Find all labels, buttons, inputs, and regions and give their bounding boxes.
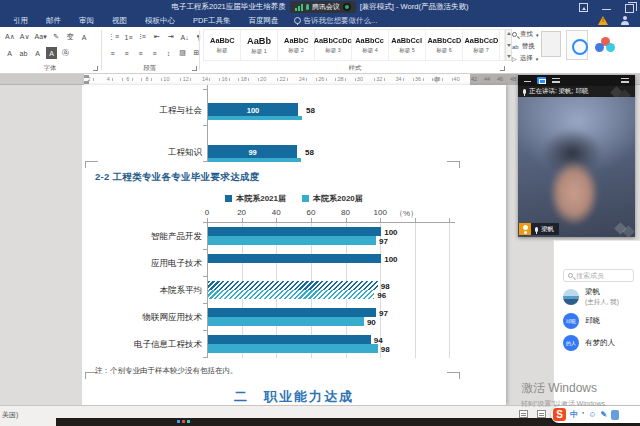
styles-dialog-launcher-icon[interactable] xyxy=(500,66,505,71)
paragraph-tool-icon-6[interactable]: A↓ xyxy=(179,31,190,43)
style-chip-3[interactable]: AaBbC标题 2 xyxy=(278,30,315,60)
handwriting-pen-icon[interactable]: ✎ xyxy=(600,410,607,419)
font-tool-icon-5[interactable]: 变 xyxy=(65,31,76,43)
ribbon-tab-1[interactable]: 引用 xyxy=(4,14,37,27)
font-tool-icon-3[interactable]: A xyxy=(32,47,43,59)
restore-icon[interactable] xyxy=(625,4,634,13)
font-tool-icon-3[interactable]: Aa▾ xyxy=(34,31,48,43)
member-search-input[interactable] xyxy=(576,272,628,279)
ribbon-tab-6[interactable]: PDF工具集 xyxy=(184,14,240,27)
ribbon-tab-7[interactable]: 百度网盘 xyxy=(240,14,288,27)
meeting-more-icon[interactable] xyxy=(621,78,629,83)
language-status[interactable]: 美国) xyxy=(2,410,18,420)
font-tool-icon-4[interactable]: ✎ xyxy=(51,31,62,43)
paragraph-tool-icon-6[interactable]: ▨ xyxy=(177,47,188,59)
member-search-box[interactable] xyxy=(563,269,634,282)
style-chip-1[interactable]: AaBbC标题 xyxy=(204,30,241,60)
read-mode-icon[interactable] xyxy=(519,410,528,418)
tencent-meeting-mini-bar[interactable]: 腾讯会议 xyxy=(290,1,356,13)
style-chip-8[interactable]: AaBbCcD标题 7 xyxy=(463,30,500,60)
style-chip-4[interactable]: AaBbCcDc标题 3 xyxy=(315,30,352,60)
select-button[interactable]: ▷选择▾ xyxy=(512,54,539,63)
baidu-netdisk-icon[interactable] xyxy=(595,37,617,55)
paragraph-tool-icon-3[interactable]: ⁝≡ xyxy=(137,31,148,43)
top-chart-strip xyxy=(208,116,302,120)
axis-row-tick xyxy=(203,249,207,250)
paragraph-tool-icon-4[interactable]: ⇤ xyxy=(151,31,162,43)
ruler-number: 30 xyxy=(354,74,366,85)
meeting-window-toolbar xyxy=(518,75,635,86)
paragraph-tool-icon-5[interactable]: ⇥ xyxy=(165,31,176,43)
font-tool-icon-6[interactable]: A xyxy=(79,31,90,43)
emoji-icon[interactable]: ☺ xyxy=(588,410,596,419)
sogou-logo-icon[interactable]: S xyxy=(553,408,566,421)
paragraph-tool-icon-4[interactable]: ≡ xyxy=(149,47,160,59)
style-chip-5[interactable]: AaBbCc标题 4 xyxy=(352,30,389,60)
legend-swatch xyxy=(302,195,309,202)
ime-punctuation-toggle[interactable]: ’ xyxy=(582,410,584,419)
member-row-3[interactable]: 的人有梦的人 xyxy=(563,335,615,351)
video-feed xyxy=(518,97,635,237)
sogou-ime-bar[interactable]: S 中 ’ ☺ ✎ xyxy=(551,406,640,423)
paragraph-dialog-launcher-icon[interactable] xyxy=(192,66,197,71)
paragraph-tool-icon-1[interactable]: ≡ xyxy=(107,47,118,59)
style-chip-2[interactable]: AaBb标题 1 xyxy=(241,30,278,60)
font-tool-icon-1[interactable]: A xyxy=(4,47,15,59)
meeting-minimize-icon[interactable] xyxy=(524,81,531,82)
ribbon-tab-4[interactable]: 视图 xyxy=(103,14,136,27)
styles-gallery-scroll[interactable] xyxy=(505,29,512,61)
activation-warning-icon[interactable] xyxy=(598,16,608,25)
font-tool-icon-5[interactable]: ⓐ xyxy=(60,47,71,59)
member-name: 有梦的人 xyxy=(585,338,615,348)
member-row-1[interactable]: 梁帆(主持人, 我) xyxy=(563,287,619,307)
axis-tick xyxy=(276,218,277,222)
meeting-menu-icon[interactable] xyxy=(552,78,560,83)
font-tool-icon-2[interactable]: ab xyxy=(18,47,29,59)
ruler-number: 16 xyxy=(218,74,230,85)
paragraph-tools-row-1: ⋮≡1≡⁝≡⇤⇥A↓¶ xyxy=(107,31,204,43)
minimize-icon[interactable] xyxy=(602,9,611,10)
style-name: 标题 6 xyxy=(436,47,452,54)
paragraph-tool-icon-1[interactable]: ⋮≡ xyxy=(107,31,120,43)
document-page[interactable]: 2-2 工程类专业各专业毕业要求达成度 本院系2021届本院系2020届 （%）… xyxy=(82,85,506,405)
ruler-number: 40 xyxy=(451,74,463,85)
font-tool-icon-2[interactable]: A∨ xyxy=(19,31,31,43)
paragraph-tool-icon-5[interactable]: ↕ xyxy=(163,47,174,59)
meeting-pill-label: 腾讯会议 xyxy=(312,2,340,12)
style-chip-7[interactable]: AaBbCcD标题 6 xyxy=(426,30,463,60)
find-button[interactable]: 查找▾ xyxy=(512,30,539,39)
font-tool-icon-1[interactable]: A∧ xyxy=(4,31,16,43)
top-chart-category: 工程与社会 xyxy=(102,105,202,117)
style-chip-6[interactable]: AaBbCcI标题 5 xyxy=(389,30,426,60)
member-avatar: 邱晓 xyxy=(563,313,579,329)
font-tool-icon-4[interactable]: A xyxy=(46,47,57,59)
chart-bar-value: 98 xyxy=(381,345,390,354)
axis-tick xyxy=(449,218,450,222)
paragraph-tool-icon-2[interactable]: 1≡ xyxy=(123,31,134,43)
axis-row-tick xyxy=(203,303,207,304)
print-layout-icon[interactable] xyxy=(537,410,546,418)
participant-video[interactable]: 梁帆 xyxy=(518,97,635,237)
tell-me-box[interactable]: 告诉我您想要做什么... xyxy=(294,16,378,26)
member-row-2[interactable]: 邱晓邱晓 xyxy=(563,313,600,329)
member-info: 邱晓 xyxy=(585,316,600,326)
paragraph-tool-icon-7[interactable]: ⊞ xyxy=(191,47,202,59)
replace-button[interactable]: ab替换 xyxy=(512,42,539,51)
ribbon-tab-3[interactable]: 审阅 xyxy=(70,14,103,27)
ime-language-toggle[interactable]: 中 xyxy=(570,409,578,420)
meeting-layout-icon[interactable] xyxy=(537,77,546,84)
font-dialog-launcher-icon[interactable] xyxy=(93,66,98,71)
share-icon[interactable] xyxy=(620,16,630,26)
paragraph-tool-icon-2[interactable]: ≡ xyxy=(121,47,132,59)
paragraph-tool-icon-3[interactable]: ≡ xyxy=(135,47,146,59)
chart-footnote: 注：个别专业由于样本较少没有包括在内。 xyxy=(95,366,238,376)
ime-toolbox-icon[interactable] xyxy=(611,410,619,420)
ribbon-tab-5[interactable]: 模板中心 xyxy=(136,14,184,27)
addin-button-1[interactable] xyxy=(541,31,561,57)
ruler-number: 4 xyxy=(102,74,114,85)
chart-bar-value: 97 xyxy=(379,309,388,318)
ribbon-tab-2[interactable]: 邮件 xyxy=(37,14,70,27)
ribbon-display-options-icon[interactable] xyxy=(579,3,588,12)
addin-save-to-cloud-button[interactable] xyxy=(566,30,588,60)
meeting-video-window[interactable]: 正在讲话: 梁帆; 邱晓 梁帆 xyxy=(518,75,635,237)
